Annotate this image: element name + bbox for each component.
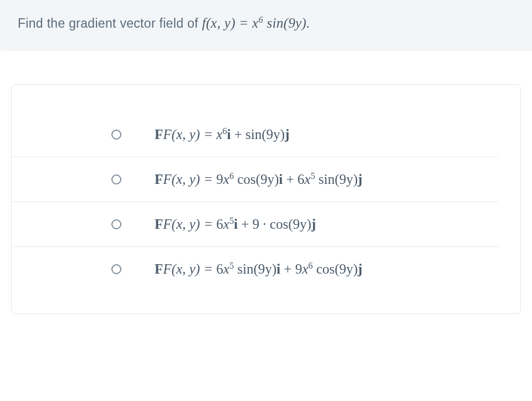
option-row[interactable]: FF(x, y) = 9x6 cos(9y)i + 6x5 sin(9y)j (12, 157, 498, 202)
opt-t2-base: x (304, 172, 310, 187)
radio-button[interactable] (111, 174, 121, 184)
question-panel: Find the gradient vector field of f(x, y… (0, 0, 532, 51)
opt-t2: 9 · cos(9y) (253, 217, 311, 232)
question-exp: 6 (258, 15, 263, 25)
opt-t2-mid: cos(9y) (313, 261, 357, 276)
opt-t1-base: x (223, 217, 229, 232)
radio-button[interactable] (111, 264, 121, 274)
opt-lhs: F(x, y) = (163, 217, 216, 232)
question-text: Find the gradient vector field of f(x, y… (18, 16, 514, 31)
option-formula: FF(x, y) = 6x5 sin(9y)i + 9x6 cos(9y)j (155, 261, 362, 277)
opt-t1-coef: 6 (216, 261, 223, 276)
question-func-lhs: f(x, y) = (202, 16, 252, 30)
opt-t1-coef: 6 (216, 217, 223, 232)
opt-i: i (234, 217, 238, 232)
opt-lhs: F(x, y) = (163, 127, 216, 142)
opt-t1-coef: 9 (216, 172, 223, 187)
opt-t1-base: x (216, 127, 222, 142)
opt-t1-exp: 5 (229, 216, 234, 226)
radio-button[interactable] (111, 219, 121, 229)
opt-t1-base: x (223, 261, 229, 276)
option-formula: FF(x, y) = x6i + sin(9y)j (155, 127, 289, 142)
opt-plus: + (238, 217, 253, 232)
opt-i: i (277, 261, 280, 276)
opt-t1-mid: sin(9y) (234, 261, 277, 276)
opt-t2-coef: 6 (298, 172, 305, 187)
opt-j: j (285, 127, 289, 142)
option-formula: FF(x, y) = 9x6 cos(9y)i + 6x5 sin(9y)j (155, 172, 362, 187)
opt-t1-base: x (223, 172, 229, 187)
opt-j: j (358, 261, 362, 276)
opt-lhs: F(x, y) = (163, 261, 216, 276)
F-label: F (155, 127, 163, 142)
answers-card: FF(x, y) = x6i + sin(9y)j FF(x, y) = 9x6… (11, 84, 521, 314)
F-label: F (155, 172, 163, 187)
opt-t2-base: x (302, 261, 308, 276)
option-row[interactable]: FF(x, y) = 6x5 sin(9y)i + 9x6 cos(9y)j (12, 247, 498, 291)
opt-t2: sin(9y) (245, 127, 285, 142)
question-tail: sin(9y). (263, 16, 310, 30)
opt-t2-mid: sin(9y) (315, 172, 358, 187)
opt-lhs: F(x, y) = (163, 172, 216, 187)
opt-plus: + (283, 172, 298, 187)
opt-t2-coef: 9 (295, 261, 303, 276)
question-prefix: Find the gradient vector field of (18, 16, 202, 30)
F-label: F (155, 217, 163, 232)
radio-button[interactable] (111, 130, 121, 140)
F-label: F (155, 261, 163, 276)
opt-j: j (311, 217, 316, 232)
opt-plus: + (280, 261, 295, 276)
option-formula: FF(x, y) = 6x5i + 9 · cos(9y)j (155, 217, 316, 232)
opt-j: j (358, 172, 362, 187)
option-row[interactable]: FF(x, y) = x6i + sin(9y)j (12, 112, 498, 157)
opt-t1-exp: 6 (229, 171, 234, 181)
opt-t1-mid: cos(9y) (234, 172, 279, 187)
option-row[interactable]: FF(x, y) = 6x5i + 9 · cos(9y)j (12, 202, 498, 247)
opt-t1-exp: 5 (229, 261, 234, 271)
opt-t2-exp: 5 (310, 171, 315, 181)
question-base: x (252, 16, 258, 30)
opt-t1-exp: 6 (222, 126, 227, 136)
opt-plus: + (231, 127, 245, 142)
